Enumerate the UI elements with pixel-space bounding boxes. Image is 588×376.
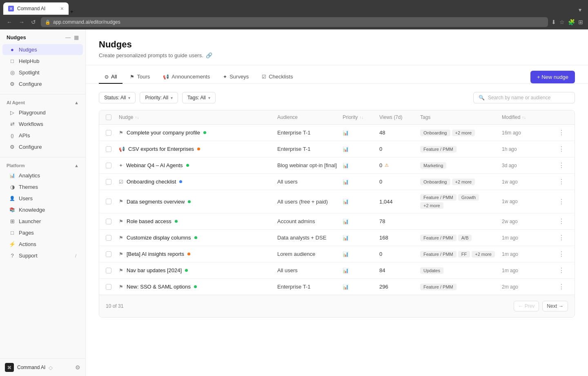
row-menu-button[interactable]: ⋮ [555, 283, 568, 291]
search-input[interactable] [488, 95, 570, 101]
sidebar-footer-left[interactable]: ⌘ Command AI ◇ [5, 363, 53, 372]
download-icon[interactable]: ⬇ [551, 19, 556, 25]
address-bar[interactable]: 🔒 app.command.ai/editor/nudges [41, 17, 548, 27]
nudge-cell: ☑ Onboarding checklist [119, 179, 277, 185]
table-row[interactable]: ⚑ Nav bar updates [2024] All users 📊 84 … [99, 262, 575, 279]
sidebar-item-spotlight[interactable]: ◎ Spotlight [2, 67, 83, 78]
sidebar-item-helphub[interactable]: □ HelpHub [2, 56, 83, 67]
sidebar-item-analytics[interactable]: 📊 Analytics [2, 170, 83, 181]
table-row[interactable]: ☑ Onboarding checklist All users 📊 0 Onb… [99, 174, 575, 190]
tag: FF [458, 251, 470, 257]
row-checkbox[interactable] [106, 199, 119, 204]
tab-announcements[interactable]: 📢 Announcements [157, 70, 216, 84]
tags-cell: Updates [420, 267, 502, 274]
status-filter[interactable]: Status: All ▾ [99, 92, 136, 103]
pagination: 10 of 31 ← Prev Next → [99, 295, 575, 317]
doc-link-icon[interactable]: 🔗 [206, 52, 212, 58]
bar-chart-icon: 📊 [343, 199, 349, 204]
row-menu-button[interactable]: ⋮ [555, 266, 568, 274]
ai-agent-collapse-btn[interactable]: ▲ [74, 100, 79, 105]
tab-tours[interactable]: ⚑ Tours [124, 70, 156, 84]
layout-icon[interactable]: ⊞ [578, 19, 583, 25]
platform-collapse-btn[interactable]: ▲ [74, 163, 79, 168]
audience-cell: All users [277, 179, 343, 185]
tab-all[interactable]: ⊙ All [99, 70, 122, 84]
tags-filter[interactable]: Tags: All ▾ [182, 92, 216, 103]
all-tab-icon: ⊙ [105, 74, 109, 80]
search-box[interactable]: 🔍 [473, 92, 575, 103]
new-nudge-button[interactable]: + New nudge [530, 71, 575, 83]
next-button[interactable]: Next → [542, 301, 568, 311]
sidebar-item-knowledge[interactable]: 📚 Knowledge [2, 204, 83, 215]
row-menu-button[interactable]: ⋮ [555, 161, 568, 169]
row-checkbox[interactable] [106, 284, 119, 290]
row-checkbox[interactable] [106, 235, 119, 241]
tags-cell: Feature / PMM [420, 284, 502, 290]
sidebar-item-playground[interactable]: ▷ Playground [2, 107, 83, 118]
col-header-priority[interactable]: Priority ↑↓ [343, 114, 379, 120]
row-checkbox[interactable] [106, 251, 119, 257]
tag: Marketing [420, 162, 446, 169]
row-checkbox[interactable] [106, 130, 119, 136]
tag-more: +2 more [452, 179, 475, 185]
col-header-audience: Audience [277, 114, 343, 120]
layout-toggle-icon[interactable]: ▦ [74, 34, 79, 40]
new-tab-btn[interactable]: + [70, 9, 74, 15]
row-menu-button[interactable]: ⋮ [555, 250, 568, 258]
nudge-sort-icon: ↑↓ [135, 115, 139, 120]
row-menu-button[interactable]: ⋮ [555, 198, 568, 206]
nudge-cell: ⚑ Nav bar updates [2024] [119, 267, 277, 273]
sidebar-item-support[interactable]: ? Support / [2, 250, 83, 261]
sidebar-item-apis[interactable]: {} APIs [2, 130, 83, 141]
header-checkbox[interactable] [106, 114, 119, 120]
prev-button[interactable]: ← Prev [514, 301, 539, 311]
table-row[interactable]: 📢 CSV exports for Enterprises Enterprise… [99, 141, 575, 157]
row-checkbox[interactable] [106, 146, 119, 152]
row-menu-button[interactable]: ⋮ [555, 129, 568, 137]
row-menu-button[interactable]: ⋮ [555, 145, 568, 153]
table-row[interactable]: ⚑ Data segments overview All users (free… [99, 190, 575, 213]
tab-checklists[interactable]: ☑ Checklists [256, 70, 298, 84]
table-row[interactable]: ⚑ Customize display columns Data analyst… [99, 230, 575, 246]
sidebar-item-actions[interactable]: ⚡ Actions [2, 239, 83, 250]
sidebar-item-pages[interactable]: □ Pages [2, 227, 83, 238]
col-header-nudge[interactable]: Nudge ↑↓ [119, 114, 277, 120]
sidebar-item-configure[interactable]: ⚙ Configure [2, 78, 83, 90]
row-checkbox[interactable] [106, 268, 119, 273]
sidebar-item-users[interactable]: 👤 Users [2, 193, 83, 204]
bookmark-icon[interactable]: ☆ [559, 19, 565, 25]
extensions-icon[interactable]: 🧩 [568, 19, 575, 25]
lock-icon: 🔒 [45, 20, 51, 25]
sidebar-item-themes[interactable]: ◑ Themes [2, 181, 83, 192]
forward-button[interactable]: → [17, 18, 26, 26]
sidebar-item-nudges[interactable]: ● Nudges [2, 44, 83, 55]
back-button[interactable]: ← [5, 18, 14, 26]
sidebar-item-configure-ai[interactable]: ⚙ Configure [2, 141, 83, 152]
row-checkbox[interactable] [106, 163, 119, 168]
table-row[interactable]: ⚑ Complete your company profile Enterpri… [99, 125, 575, 141]
bar-chart-icon: 📊 [343, 235, 349, 241]
browser-chevron-icon[interactable]: ▾ [575, 5, 585, 15]
row-checkbox[interactable] [106, 219, 119, 224]
priority-filter[interactable]: Priority: All ▾ [140, 92, 178, 103]
table-row[interactable]: ⚑ Role based access Account admins 📊 78 … [99, 213, 575, 230]
table-row[interactable]: ✦ Webinar Q4 – AI Agents Blog webinar op… [99, 157, 575, 174]
table-row[interactable]: ⚑ [Beta] AI insights reports Lorem audie… [99, 246, 575, 262]
refresh-button[interactable]: ↺ [29, 18, 38, 26]
tab-close-btn[interactable]: × [60, 5, 64, 12]
table-body: ⚑ Complete your company profile Enterpri… [99, 125, 575, 295]
row-menu-button[interactable]: ⋮ [555, 178, 568, 186]
col-header-modified[interactable]: Modified ↑↓ [502, 114, 555, 120]
sidebar-item-launcher[interactable]: ⊞ Launcher [2, 216, 83, 227]
configure-icon: ⚙ [9, 81, 16, 87]
tabs-bar: ⊙ All ⚑ Tours 📢 Announcements ✦ Surveys … [86, 65, 588, 84]
row-checkbox[interactable] [106, 179, 119, 185]
row-menu-button[interactable]: ⋮ [555, 234, 568, 242]
footer-settings-icon[interactable]: ⚙ [75, 364, 80, 371]
row-menu-button[interactable]: ⋮ [555, 217, 568, 225]
collapse-sidebar-icon[interactable]: — [65, 34, 71, 40]
tab-surveys[interactable]: ✦ Surveys [217, 70, 254, 84]
table-row[interactable]: ⚑ New: SSO & SAML options Enterprise T-1… [99, 279, 575, 295]
active-tab[interactable]: ⌘ Command AI × [3, 2, 69, 15]
sidebar-item-workflows[interactable]: ⇄ Workflows [2, 119, 83, 130]
